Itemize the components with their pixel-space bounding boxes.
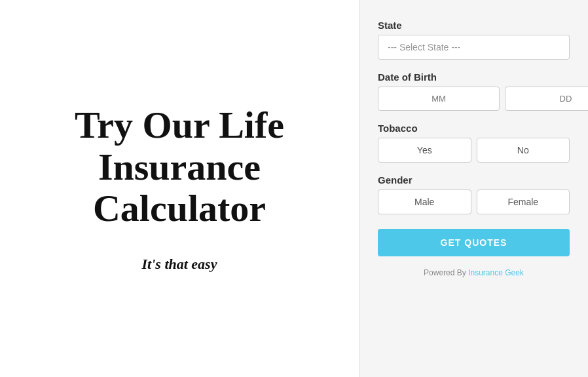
tobacco-yes-button[interactable]: Yes <box>378 138 471 163</box>
gender-label: Gender <box>378 174 570 186</box>
state-label: State <box>378 20 570 31</box>
powered-by: Powered By Insurance Geek <box>378 268 570 277</box>
tobacco-label: Tobacco <box>378 123 570 134</box>
dob-label: Date of Birth <box>378 71 570 83</box>
gender-toggle-row: Male Female <box>378 189 570 214</box>
gender-female-button[interactable]: Female <box>477 189 570 214</box>
tobacco-field-group: Tobacco Yes No <box>378 123 570 163</box>
tobacco-toggle-row: Yes No <box>378 138 570 163</box>
powered-by-text: Powered By <box>424 268 468 277</box>
dob-day-input[interactable] <box>505 87 588 111</box>
subtitle: It's that easy <box>142 256 217 273</box>
gender-male-button[interactable]: Male <box>378 189 471 214</box>
tobacco-no-button[interactable]: No <box>477 138 570 163</box>
powered-by-link[interactable]: Insurance Geek <box>468 268 524 277</box>
main-title: Try Our Life Insurance Calculator <box>39 104 320 229</box>
gender-field-group: Gender Male Female <box>378 174 570 214</box>
dob-month-input[interactable] <box>378 87 500 111</box>
state-field-group: State --- Select State ---AlabamaAlaskaA… <box>378 20 570 60</box>
dob-field-group: Date of Birth <box>378 71 570 111</box>
get-quotes-button[interactable]: GET QUOTES <box>378 229 570 256</box>
calculator-form: State --- Select State ---AlabamaAlaskaA… <box>359 0 588 377</box>
state-select[interactable]: --- Select State ---AlabamaAlaskaArizona… <box>378 35 570 60</box>
dob-inputs-row <box>378 87 570 111</box>
left-panel: Try Our Life Insurance Calculator It's t… <box>0 0 359 377</box>
